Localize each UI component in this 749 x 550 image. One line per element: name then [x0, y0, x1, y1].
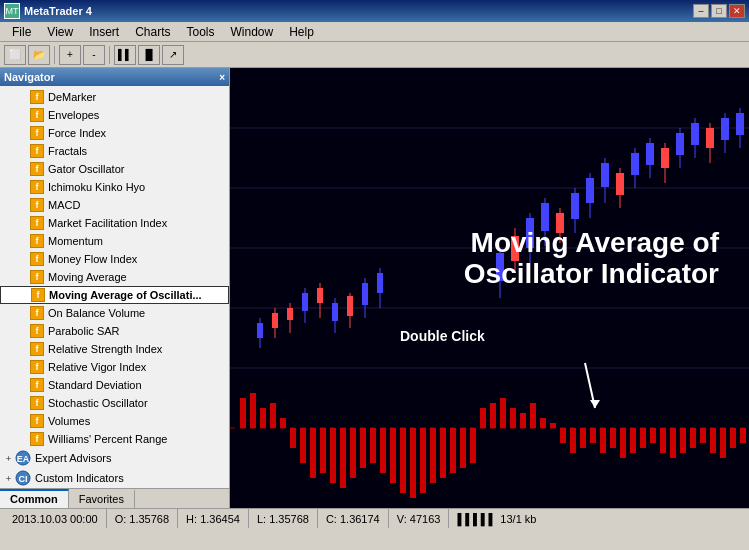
indicator-icon: f [30, 198, 44, 212]
tab-common[interactable]: Common [0, 489, 69, 508]
menu-view[interactable]: View [39, 23, 81, 41]
svg-rect-93 [520, 413, 526, 428]
nav-item-fractals[interactable]: f Fractals [0, 142, 229, 160]
close-button[interactable]: ✕ [729, 4, 745, 18]
toolbar-new[interactable]: ⬜ [4, 45, 26, 65]
svg-rect-111 [700, 428, 706, 443]
svg-rect-99 [580, 428, 586, 448]
svg-rect-28 [362, 283, 368, 305]
nav-item-market-facilitation[interactable]: f Market Facilitation Index [0, 214, 229, 232]
menu-charts[interactable]: Charts [127, 23, 178, 41]
nav-item-on-balance[interactable]: f On Balance Volume [0, 304, 229, 322]
nav-item-moving-average-oscillator[interactable]: f Moving Average of Oscillati... [0, 286, 229, 304]
nav-item-demarker[interactable]: f DeMarker [0, 88, 229, 106]
indicator-icon: f [30, 180, 44, 194]
chart-area[interactable]: Double Click Moving Average of Oscillato… [230, 68, 749, 508]
tab-favorites[interactable]: Favorites [69, 489, 135, 508]
status-low: L: 1.35768 [249, 509, 318, 528]
menu-window[interactable]: Window [223, 23, 282, 41]
nav-item-ichimoku[interactable]: f Ichimoku Kinko Hyo [0, 178, 229, 196]
expand-icon: ＋ [4, 452, 13, 465]
chart-info-text: 13/1 kb [500, 513, 536, 525]
svg-rect-72 [310, 428, 316, 478]
nav-group-expert-advisors[interactable]: ＋ EA Expert Advisors [0, 448, 229, 468]
menu-insert[interactable]: Insert [81, 23, 127, 41]
svg-rect-14 [257, 323, 263, 338]
svg-rect-86 [450, 428, 456, 473]
svg-rect-78 [370, 428, 376, 463]
nav-item-volumes[interactable]: f Volumes [0, 412, 229, 430]
svg-rect-105 [640, 428, 646, 448]
main-layout: Navigator × f DeMarker f Envelopes f For… [0, 68, 749, 508]
nav-item-std-dev[interactable]: f Standard Deviation [0, 376, 229, 394]
nav-item-parabolic-sar[interactable]: f Parabolic SAR [0, 322, 229, 340]
indicator-icon: f [30, 252, 44, 266]
toolbar-zoom-out[interactable]: - [83, 45, 105, 65]
menu-bar: File View Insert Charts Tools Window Hel… [0, 22, 749, 42]
svg-rect-73 [320, 428, 326, 473]
expert-advisors-icon: EA [15, 450, 31, 466]
svg-rect-20 [302, 293, 308, 311]
svg-rect-16 [272, 313, 278, 328]
chart-bars-icon: ▌▌▌▌▌ [457, 513, 496, 525]
toolbar-zoom-in[interactable]: + [59, 45, 81, 65]
status-chart-info: ▌▌▌▌▌ 13/1 kb [449, 509, 544, 528]
toolbar-candle-chart[interactable]: ▐▌ [138, 45, 160, 65]
custom-indicators-icon: CI [15, 470, 31, 486]
toolbar-bar-chart[interactable]: ▌▌ [114, 45, 136, 65]
svg-rect-58 [691, 123, 699, 145]
toolbar-line-chart[interactable]: ↗ [162, 45, 184, 65]
svg-rect-42 [571, 193, 579, 219]
nav-item-rsi[interactable]: f Relative Strength Index [0, 340, 229, 358]
nav-item-money-flow[interactable]: f Money Flow Index [0, 250, 229, 268]
nav-group-custom-indicators[interactable]: ＋ CI Custom Indicators [0, 468, 229, 488]
nav-item-williams[interactable]: f Williams' Percent Range [0, 430, 229, 448]
restore-button[interactable]: □ [711, 4, 727, 18]
menu-help[interactable]: Help [281, 23, 322, 41]
navigator-title: Navigator [4, 71, 55, 83]
svg-rect-48 [616, 173, 624, 195]
svg-rect-68 [270, 403, 276, 428]
svg-rect-62 [721, 118, 729, 140]
nav-item-rvi[interactable]: f Relative Vigor Index [0, 358, 229, 376]
nav-item-stochastic[interactable]: f Stochastic Oscillator [0, 394, 229, 412]
indicator-icon: f [30, 234, 44, 248]
svg-rect-94 [530, 403, 536, 428]
indicator-icon: f [31, 288, 45, 302]
svg-rect-67 [260, 408, 266, 428]
svg-rect-87 [460, 428, 466, 468]
menu-tools[interactable]: Tools [179, 23, 223, 41]
toolbar-open[interactable]: 📂 [28, 45, 50, 65]
svg-rect-114 [730, 428, 736, 448]
nav-item-macd[interactable]: f MACD [0, 196, 229, 214]
toolbar-separator-2 [109, 46, 110, 64]
svg-rect-36 [526, 218, 534, 248]
status-volume: V: 47163 [389, 509, 450, 528]
indicator-icon: f [30, 306, 44, 320]
navigator-content[interactable]: f DeMarker f Envelopes f Force Index f F… [0, 86, 229, 488]
svg-rect-100 [590, 428, 596, 443]
nav-item-force-index[interactable]: f Force Index [0, 124, 229, 142]
minimize-button[interactable]: – [693, 4, 709, 18]
svg-rect-60 [706, 128, 714, 148]
svg-rect-65 [240, 398, 246, 428]
svg-rect-74 [330, 428, 336, 483]
navigator-close-button[interactable]: × [219, 72, 225, 83]
nav-item-envelopes[interactable]: f Envelopes [0, 106, 229, 124]
svg-rect-106 [650, 428, 656, 443]
svg-rect-102 [610, 428, 616, 448]
svg-rect-82 [410, 428, 416, 498]
nav-item-moving-average[interactable]: f Moving Average [0, 268, 229, 286]
menu-file[interactable]: File [4, 23, 39, 41]
nav-item-momentum[interactable]: f Momentum [0, 232, 229, 250]
svg-rect-103 [620, 428, 626, 458]
svg-rect-85 [440, 428, 446, 478]
nav-item-gator[interactable]: f Gator Oscillator [0, 160, 229, 178]
svg-rect-70 [290, 428, 296, 448]
indicator-icon: f [30, 144, 44, 158]
svg-rect-30 [377, 273, 383, 293]
indicator-icon: f [30, 378, 44, 392]
svg-rect-50 [631, 153, 639, 175]
svg-rect-80 [390, 428, 396, 483]
status-bar: 2013.10.03 00:00 O: 1.35768 H: 1.36454 L… [0, 508, 749, 528]
